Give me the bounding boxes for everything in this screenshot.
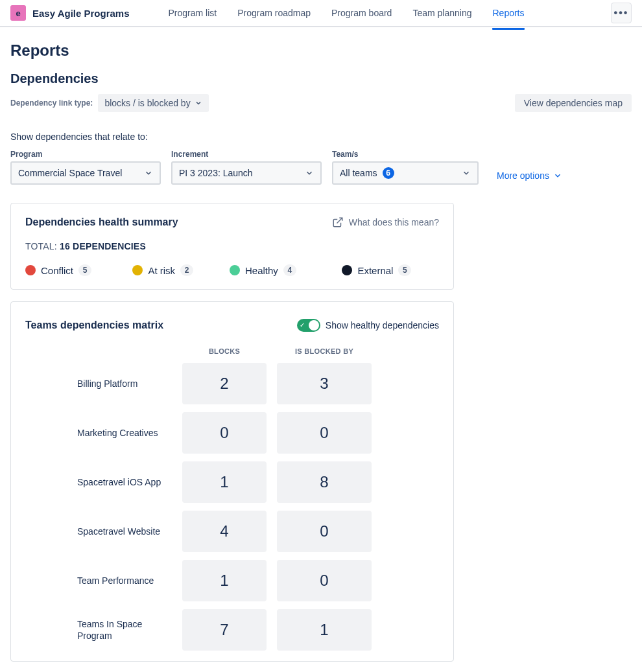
- matrix-cell-blocked-by[interactable]: 0: [277, 560, 372, 601]
- tab-program-board[interactable]: Program board: [331, 3, 392, 23]
- status-count-badge: 5: [398, 264, 411, 276]
- tab-program-list[interactable]: Program list: [169, 3, 217, 23]
- status-label: External: [357, 265, 393, 276]
- chevron-down-icon: [305, 168, 314, 178]
- status-row: Conflict 5 At risk 2 Healthy 4 External …: [25, 264, 439, 276]
- matrix-cell-blocks[interactable]: 1: [182, 560, 267, 601]
- status-dot-external: [342, 265, 352, 275]
- row-label: Marketing Creatives: [25, 427, 172, 439]
- filter-program-label: Program: [10, 150, 161, 159]
- total-line: TOTAL: 16 DEPENDENCIES: [25, 241, 439, 251]
- external-link-icon: [332, 216, 344, 228]
- matrix-cell-blocks[interactable]: 0: [182, 412, 267, 454]
- row-label: Billing Platform: [25, 378, 172, 389]
- more-options-label: More options: [497, 170, 549, 181]
- health-summary-card: Dependencies health summary What does th…: [10, 203, 454, 290]
- app-header: e Easy Agile Programs Program list Progr…: [0, 0, 642, 27]
- matrix-cell-blocked-by[interactable]: 1: [277, 609, 372, 651]
- more-options-button[interactable]: More options: [497, 170, 562, 181]
- filter-teams-count-badge: 6: [383, 167, 394, 179]
- matrix-cell-blocks[interactable]: 2: [182, 363, 267, 404]
- more-menu-button[interactable]: •••: [611, 3, 632, 23]
- status-dot-conflict: [25, 265, 36, 275]
- filter-program-value: Commercial Space Travel: [18, 168, 122, 178]
- more-icon: •••: [614, 7, 629, 19]
- link-type-select[interactable]: blocks / is blocked by: [98, 94, 208, 112]
- filter-program-select[interactable]: Commercial Space Travel: [10, 161, 161, 185]
- col-header-blocked-by: IS BLOCKED BY: [277, 347, 372, 355]
- matrix-cell-blocked-by[interactable]: 3: [277, 363, 372, 404]
- filter-increment-value: PI 3 2023: Launch: [179, 168, 253, 178]
- svg-line-0: [337, 218, 342, 223]
- chevron-down-icon: [462, 168, 471, 178]
- chevron-down-icon: [144, 168, 153, 178]
- col-header-blocks: BLOCKS: [182, 347, 267, 355]
- status-external: External 5: [337, 264, 439, 276]
- matrix-cell-blocked-by[interactable]: 8: [277, 461, 372, 503]
- matrix-cell-blocked-by[interactable]: 0: [277, 511, 372, 552]
- row-label: Spacetravel iOS App: [25, 476, 172, 488]
- chevron-down-icon: [195, 99, 202, 107]
- filter-teams-value: All teams: [340, 168, 377, 178]
- tab-reports[interactable]: Reports: [492, 3, 524, 23]
- app-logo: e: [10, 5, 26, 21]
- health-summary-title: Dependencies health summary: [25, 216, 178, 228]
- total-prefix: TOTAL:: [25, 241, 57, 251]
- matrix-cell-blocks[interactable]: 4: [182, 511, 267, 552]
- status-at-risk: At risk 2: [132, 264, 230, 276]
- status-count-badge: 4: [283, 264, 296, 276]
- status-label: Conflict: [41, 265, 73, 276]
- status-dot-healthy: [230, 265, 240, 275]
- filter-teams-select[interactable]: All teams 6: [332, 161, 479, 185]
- chevron-down-icon: [553, 171, 562, 180]
- help-link[interactable]: What does this mean?: [332, 216, 439, 228]
- matrix-card: Teams dependencies matrix ✓ Show healthy…: [10, 301, 454, 662]
- show-healthy-toggle[interactable]: ✓: [297, 319, 320, 332]
- matrix-title: Teams dependencies matrix: [25, 319, 163, 331]
- link-type-value: blocks / is blocked by: [104, 98, 190, 108]
- status-dot-at-risk: [132, 265, 143, 275]
- filter-intro-label: Show dependencies that relate to:: [10, 132, 632, 142]
- matrix-cell-blocks[interactable]: 1: [182, 461, 267, 503]
- section-title: Dependencies: [10, 71, 632, 86]
- toggle-label: Show healthy dependencies: [326, 320, 439, 330]
- filter-increment-label: Increment: [171, 150, 322, 159]
- total-value: 16 DEPENDENCIES: [60, 241, 146, 251]
- filter-row: Program Commercial Space Travel Incremen…: [10, 150, 632, 185]
- row-label: Team Performance: [25, 575, 172, 586]
- tab-team-planning[interactable]: Team planning: [412, 3, 471, 23]
- link-type-label: Dependency link type:: [10, 98, 93, 108]
- row-label: Teams In Space Program: [25, 618, 172, 642]
- matrix-cell-blocks[interactable]: 7: [182, 609, 267, 651]
- tab-program-roadmap[interactable]: Program roadmap: [237, 3, 311, 23]
- status-count-badge: 2: [180, 264, 193, 276]
- app-name: Easy Agile Programs: [32, 8, 130, 19]
- view-dependencies-map-button[interactable]: View dependencies map: [515, 94, 632, 112]
- status-count-badge: 5: [78, 264, 91, 276]
- help-link-label: What does this mean?: [349, 217, 439, 227]
- matrix-cell-blocked-by[interactable]: 0: [277, 412, 372, 454]
- link-type-row: Dependency link type: blocks / is blocke…: [10, 94, 632, 112]
- nav-tabs: Program list Program roadmap Program boa…: [169, 3, 611, 23]
- check-icon: ✓: [300, 320, 305, 330]
- matrix-grid: BLOCKS IS BLOCKED BY Billing Platform 2 …: [25, 347, 439, 651]
- filter-increment-select[interactable]: PI 3 2023: Launch: [171, 161, 322, 185]
- status-conflict: Conflict 5: [25, 264, 132, 276]
- status-healthy: Healthy 4: [230, 264, 337, 276]
- show-healthy-toggle-wrap: ✓ Show healthy dependencies: [297, 319, 439, 332]
- status-label: At risk: [148, 265, 175, 276]
- row-label: Spacetravel Website: [25, 526, 172, 537]
- page-title: Reports: [10, 41, 632, 60]
- status-label: Healthy: [245, 265, 278, 276]
- filter-teams-label: Team/s: [332, 150, 479, 159]
